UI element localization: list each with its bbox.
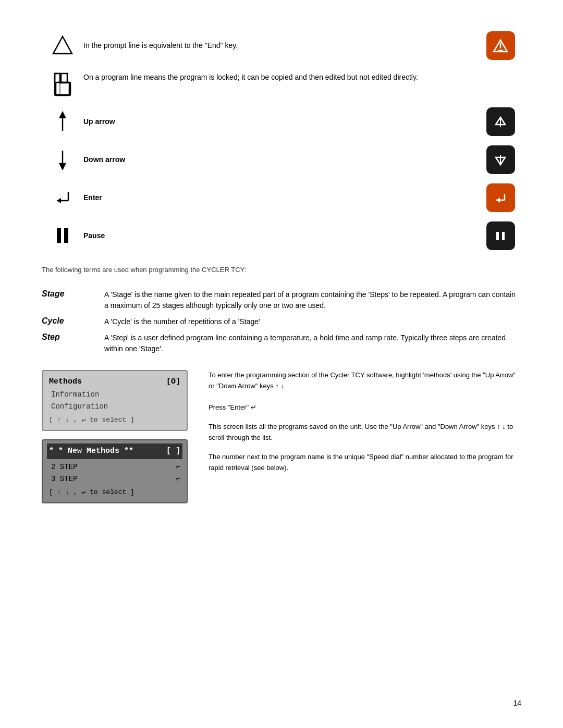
lcd-methods-num: [O] [166,375,180,389]
symbol-row-end: In the prompt line is equivalent to the … [42,31,521,60]
svg-marker-23 [57,198,61,203]
term-cycle-def: A 'Cycle' is the number of repetitions o… [104,316,521,327]
pause-btn-icon [486,221,515,250]
svg-rect-27 [57,228,61,243]
svg-rect-28 [64,228,68,243]
up-arrow-symbol [42,110,83,133]
screens-section: Methods [O] Information Configuration [ … [42,370,521,512]
right-text-speed-dial: The number next to the program name is t… [209,452,521,474]
page-number: 14 [513,699,521,707]
up-arrow-label: Up arrow [83,116,480,127]
page: In the prompt line is equivalent to the … [0,0,563,728]
cycler-intro: The following terms are used when progra… [42,266,521,274]
term-cycle: Cycle A 'Cycle' is the number of repetit… [42,316,521,327]
pause-button [480,221,521,250]
up-arrow-btn-icon [486,107,515,136]
svg-rect-30 [502,232,505,240]
term-stage-def: A 'Stage' is the name given to the main … [104,289,521,311]
term-cycle-name: Cycle [42,316,104,326]
right-text-screen-lists: This screen lists all the programs saved… [209,422,521,443]
symbol-row-down: Down arrow [42,145,521,174]
down-arrow-button [480,145,521,174]
right-text-screen-lists-body: This screen lists all the programs saved… [209,423,513,441]
end-key-symbol [42,34,83,57]
lcd-new-methods-title: * * New Methods ** [49,445,133,458]
end-key-btn-icon [486,31,515,60]
right-text-enter-methods-body: To enter the programming section of the … [209,371,516,390]
lcd-methods-item1: Information [49,389,180,401]
terms-section: Stage A 'Stage' is the name given to the… [42,289,521,354]
enter-symbol [42,188,83,208]
term-step-def: A 'Step' is a user defined program line … [104,332,521,354]
down-arrow-btn-icon [486,145,515,174]
enter-button [480,183,521,212]
term-step: Step A 'Step' is a user defined program … [42,332,521,354]
right-text-press-enter: Press "Enter" ↵ [209,403,256,411]
pause-label: Pause [83,230,480,241]
enter-label: Enter [83,192,480,203]
lock-text: On a program line means the program is l… [83,72,480,83]
lcd-screen-new-methods: * * New Methods ** [ ] 2 STEP ⌐ 3 STEP ⌐… [42,439,188,503]
symbol-row-lock: On a program line means the program is l… [42,69,521,98]
end-key-button [480,31,521,60]
term-stage: Stage A 'Stage' is the name given to the… [42,289,521,311]
screens-right: To enter the programming section of the … [209,370,521,512]
lcd-new-methods-item2: 3 STEP ⌐ [49,473,180,486]
right-text-speed-dial-body: The number next to the program name is t… [209,453,513,472]
svg-marker-26 [496,198,500,203]
lcd-screen-methods: Methods [O] Information Configuration [ … [42,370,188,431]
lcd-new-methods-item1: 2 STEP ⌐ [49,461,180,474]
term-stage-name: Stage [42,289,104,299]
symbol-row-enter: Enter [42,183,521,212]
lcd-methods-header: Methods [O] [49,375,180,389]
term-step-name: Step [42,332,104,342]
symbol-row-pause: Pause [42,221,521,250]
lcd-methods-title: Methods [49,375,82,389]
lcd-methods-footer: [ ↑ ↓ , ↵ to select ] [49,414,180,426]
end-key-text: In the prompt line is equivalent to the … [83,40,480,51]
up-arrow-button [480,107,521,136]
svg-marker-18 [59,163,66,170]
svg-marker-0 [53,36,72,54]
lcd-new-methods-footer: [ ↑ ↓ , ↵ to select ] [49,487,180,498]
pause-symbol [42,224,83,248]
right-text-enter-methods: To enter the programming section of the … [209,370,521,413]
lock-symbol [42,72,83,98]
lcd-new-methods-bracket: [ ] [166,445,180,458]
down-arrow-symbol [42,148,83,171]
enter-btn-icon [486,183,515,212]
lcd-methods-item2: Configuration [49,401,180,413]
svg-rect-29 [496,232,499,240]
lcd-new-methods-header: * * New Methods ** [ ] [47,443,182,459]
screens-left: Methods [O] Information Configuration [ … [42,370,188,512]
down-arrow-label: Down arrow [83,154,480,165]
symbol-row-up: Up arrow [42,107,521,136]
svg-marker-14 [59,111,66,118]
symbol-section: In the prompt line is equivalent to the … [42,31,521,250]
